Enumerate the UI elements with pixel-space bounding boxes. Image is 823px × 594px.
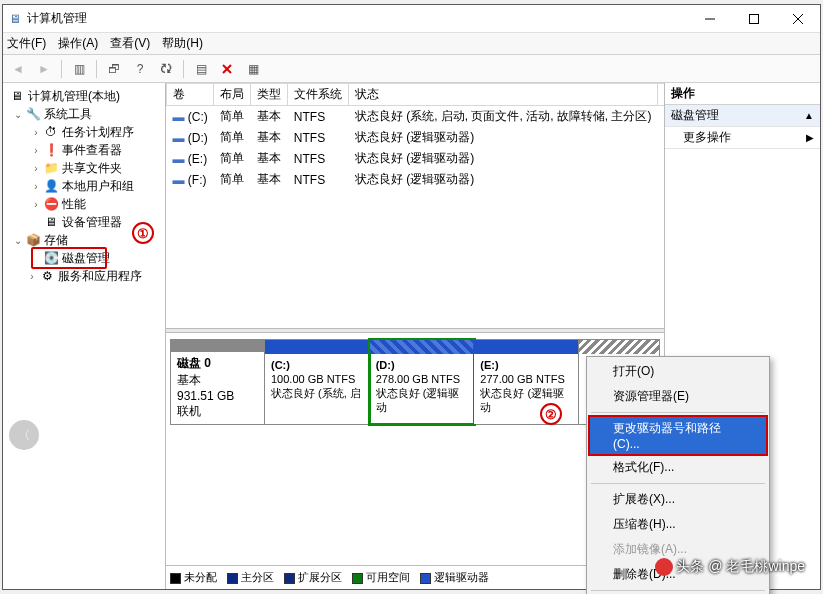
layout2-button[interactable]: ▦ (242, 58, 264, 80)
tree-services[interactable]: ›⚙服务和应用程序 (5, 267, 163, 285)
partition[interactable]: (D:)278.00 GB NTFS状态良好 (逻辑驱动 (370, 340, 475, 424)
tree-disk-management[interactable]: 💽磁盘管理 (5, 249, 163, 267)
forward-button[interactable]: ► (33, 58, 55, 80)
tree-shared-folders[interactable]: ›📁共享文件夹 (5, 159, 163, 177)
disk-header[interactable]: 磁盘 0 基本 931.51 GB 联机 (171, 340, 265, 424)
refresh2-button[interactable]: 🗘 (155, 58, 177, 80)
menu-action[interactable]: 操作(A) (58, 35, 98, 52)
col-volume[interactable]: 卷 (167, 84, 214, 106)
menu-help[interactable]: 帮助(H) (162, 35, 203, 52)
tree-task-scheduler[interactable]: ›⏱任务计划程序 (5, 123, 163, 141)
col-status[interactable]: 状态 (349, 84, 658, 106)
table-row[interactable]: ▬ (E:)简单基本NTFS状态良好 (逻辑驱动器)277.00 GB185.5 (167, 148, 665, 169)
nav-tree[interactable]: 🖥计算机管理(本地) ⌄🔧系统工具 ›⏱任务计划程序 ›❗事件查看器 ›📁共享文… (3, 83, 166, 589)
watermark: 头条 @ 老毛桃winpe (655, 558, 805, 576)
ctx-extend[interactable]: 扩展卷(X)... (589, 487, 767, 512)
table-row[interactable]: ▬ (F:)简单基本NTFS状态良好 (逻辑驱动器)276.50 GB142.0 (167, 169, 665, 190)
refresh-button[interactable]: 🗗 (103, 58, 125, 80)
close-button[interactable] (776, 5, 820, 33)
help-button[interactable]: ? (129, 58, 151, 80)
table-row[interactable]: ▬ (C:)简单基本NTFS状态良好 (系统, 启动, 页面文件, 活动, 故障… (167, 106, 665, 128)
delete-button[interactable] (216, 58, 238, 80)
tree-performance[interactable]: ›⛔性能 (5, 195, 163, 213)
app-icon: 🖥 (9, 12, 21, 26)
back-nav-icon[interactable]: 〈 (9, 420, 39, 450)
table-row[interactable]: ▬ (D:)简单基本NTFS状态良好 (逻辑驱动器)278.00 GB194.8 (167, 127, 665, 148)
minimize-button[interactable] (688, 5, 732, 33)
layout1-button[interactable]: ▤ (190, 58, 212, 80)
menu-view[interactable]: 查看(V) (110, 35, 150, 52)
actions-header: 操作 (665, 83, 820, 105)
col-fs[interactable]: 文件系统 (288, 84, 349, 106)
ctx-open[interactable]: 打开(O) (589, 359, 767, 384)
partition[interactable]: (E:)277.00 GB NTFS状态良好 (逻辑驱动 (474, 340, 579, 424)
partition[interactable]: (C:)100.00 GB NTFS状态良好 (系统, 启 (265, 340, 370, 424)
col-layout[interactable]: 布局 (214, 84, 251, 106)
actions-disk-mgmt[interactable]: 磁盘管理▲ (665, 105, 820, 127)
views-button[interactable]: ▥ (68, 58, 90, 80)
callout-2-icon: ② (540, 403, 562, 425)
col-type[interactable]: 类型 (251, 84, 288, 106)
window-title: 计算机管理 (27, 10, 87, 27)
menubar: 文件(F) 操作(A) 查看(V) 帮助(H) (3, 33, 820, 55)
ctx-shrink[interactable]: 压缩卷(H)... (589, 512, 767, 537)
volume-list[interactable]: 卷 布局 类型 文件系统 状态 容量 可用 ▬ (C:)简单基本NTFS状态良好… (166, 83, 664, 328)
back-button[interactable]: ◄ (7, 58, 29, 80)
tree-root[interactable]: 🖥计算机管理(本地) (5, 87, 163, 105)
maximize-button[interactable] (732, 5, 776, 33)
col-capacity[interactable]: 容量 (658, 84, 665, 106)
ctx-explorer[interactable]: 资源管理器(E) (589, 384, 767, 409)
ctx-change-letter[interactable]: 更改驱动器号和路径(C)... (589, 416, 767, 455)
ctx-format[interactable]: 格式化(F)... (589, 455, 767, 480)
toolbar: ◄ ► ▥ 🗗 ? 🗘 ▤ ▦ (3, 55, 820, 83)
svg-rect-1 (750, 14, 759, 23)
menu-file[interactable]: 文件(F) (7, 35, 46, 52)
tree-systools[interactable]: ⌄🔧系统工具 (5, 105, 163, 123)
actions-more[interactable]: 更多操作▶ (665, 127, 820, 149)
tree-event-viewer[interactable]: ›❗事件查看器 (5, 141, 163, 159)
callout-1-icon: ① (132, 222, 154, 244)
titlebar: 🖥 计算机管理 (3, 5, 820, 33)
tree-local-users[interactable]: ›👤本地用户和组 (5, 177, 163, 195)
